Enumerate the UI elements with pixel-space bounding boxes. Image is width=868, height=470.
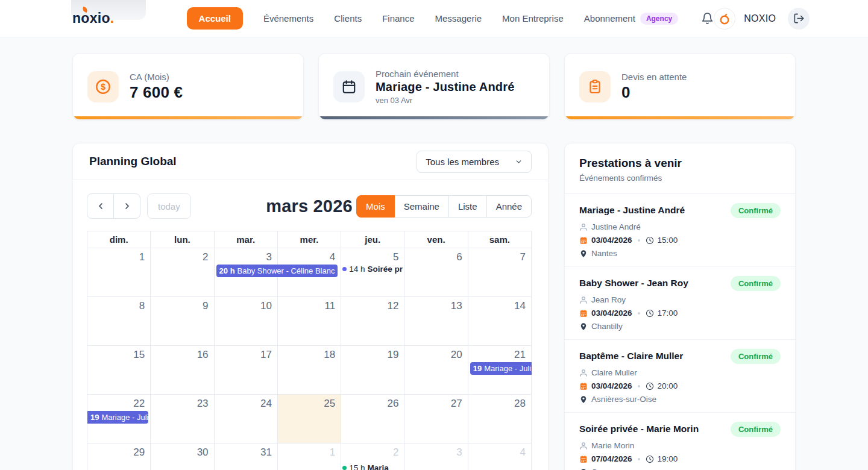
day-cell-today[interactable]: 25 (278, 395, 341, 443)
month-calendar: dim. lun. mar. mer. jeu. ven. sam. 1 2 3… (87, 231, 532, 470)
day-cell[interactable]: 29 (87, 443, 151, 470)
map-pin-icon (579, 468, 588, 470)
members-filter-dropdown[interactable]: Tous les membres (417, 151, 532, 173)
upcoming-services-card: Prestations à venir Événements confirmés… (564, 143, 796, 470)
chevron-right-icon (122, 201, 132, 211)
view-button-semaine[interactable]: Semaine (394, 195, 449, 218)
day-cell[interactable]: 13 (404, 297, 468, 346)
planning-title: Planning Global (89, 155, 177, 168)
map-pin-icon (579, 249, 588, 258)
day-cell[interactable]: 14 (468, 297, 532, 346)
list-item[interactable]: Baby Shower - Jean Roy Confirmé Jean Roy… (565, 267, 795, 340)
calendar-today-button[interactable]: today (147, 193, 191, 219)
day-cell[interactable]: 30 (151, 443, 214, 470)
list-item[interactable]: Baptême - Claire Muller Confirmé Claire … (565, 340, 795, 413)
agency-badge: Agency (640, 13, 678, 25)
day-cell[interactable]: 21 19Mariage - Juli (468, 346, 532, 395)
calendar-view-switcher: Mois Semaine Liste Année (356, 195, 532, 218)
map-pin-icon (579, 395, 588, 404)
stat-card-pending-quotes: Devis en attente 0 (564, 53, 796, 120)
day-cell[interactable]: 15 (87, 346, 151, 395)
planning-global-card: Planning Global Tous les membres (72, 143, 549, 470)
day-cell[interactable]: 12 (341, 297, 404, 346)
day-cell[interactable]: 16 (151, 346, 214, 395)
svg-text:$: $ (101, 82, 105, 92)
event-dot-icon (342, 466, 347, 470)
logout-icon (793, 13, 805, 24)
stat-accent-bar (565, 116, 795, 119)
nav-item-accueil[interactable]: Accueil (187, 7, 243, 30)
calendar-event-mariage-avril[interactable]: 15 hMaria (342, 463, 404, 470)
nav-item-clients[interactable]: Clients (334, 13, 362, 24)
person-icon (579, 369, 588, 377)
notifications-button[interactable] (701, 12, 714, 25)
day-cell[interactable]: 23 (151, 395, 214, 443)
top-navigation-bar: noxio. Accueil Événements Clients Financ… (0, 0, 868, 37)
nav-item-evenements[interactable]: Événements (263, 13, 313, 24)
dot-separator-icon (638, 239, 640, 242)
nav-item-mon-entreprise[interactable]: Mon Entreprise (502, 13, 564, 24)
stat-card-next-event: Prochain événement Mariage - Justine And… (318, 53, 550, 120)
day-cell[interactable]: 17 (215, 346, 278, 395)
calendar-event-baby-shower[interactable]: 20 hBaby Shower - Céline Blanc (216, 265, 338, 277)
clock-icon (646, 236, 654, 245)
nav-item-finance[interactable]: Finance (382, 13, 414, 24)
user-avatar[interactable] (714, 8, 735, 30)
list-item[interactable]: Soirée privée - Marie Morin Confirmé Mar… (565, 413, 795, 470)
event-title: Mariage - Justine André (579, 203, 685, 216)
day-cell[interactable]: 26 (341, 395, 404, 443)
day-cell[interactable]: 1 (87, 248, 151, 297)
day-cell-other-month[interactable]: 4 (468, 443, 532, 470)
day-cell[interactable]: 24 (215, 395, 278, 443)
day-cell-other-month[interactable]: 2 15 hMaria (341, 443, 404, 470)
day-cell[interactable]: 28 (468, 395, 532, 443)
nav-item-messagerie[interactable]: Messagerie (435, 13, 482, 24)
day-cell[interactable]: 3 20 hBaby Shower - Céline Blanc (215, 248, 278, 297)
day-cell[interactable]: 9 (151, 297, 214, 346)
day-header: mer. (278, 231, 341, 248)
calendar-event-mariage-start[interactable]: 19Mariage - Juli (470, 362, 532, 375)
person-icon (579, 442, 588, 450)
day-cell[interactable]: 2 (151, 248, 214, 297)
app-logo[interactable]: noxio. (72, 10, 115, 27)
status-badge: Confirmé (731, 349, 781, 364)
person-icon (579, 296, 588, 304)
day-cell[interactable]: 19 (341, 346, 404, 395)
calendar-event-mariage-end[interactable]: 19Mariage - Juli (87, 411, 148, 424)
chevron-left-icon (96, 201, 105, 211)
logout-button[interactable] (788, 8, 810, 30)
calendar-prev-button[interactable] (87, 193, 114, 219)
calendar-next-button[interactable] (113, 193, 140, 219)
day-cell[interactable]: 31 (215, 443, 278, 470)
orange-fruit-icon (717, 11, 732, 26)
calendar-event-soiree[interactable]: 14 hSoirée pr (342, 265, 404, 274)
day-cell[interactable]: 7 (468, 248, 532, 297)
event-time: 15:00 (658, 236, 678, 245)
day-cell[interactable]: 18 (278, 346, 341, 395)
day-cell[interactable]: 20 (404, 346, 468, 395)
status-badge: Confirmé (731, 422, 781, 437)
view-button-annee[interactable]: Année (486, 195, 532, 218)
view-button-liste[interactable]: Liste (448, 195, 487, 218)
person-icon (579, 223, 588, 231)
day-cell[interactable]: 8 (87, 297, 151, 346)
event-title: Soirée privée - Marie Morin (579, 422, 699, 434)
stat-sub: ven 03 Avr (376, 96, 515, 105)
stat-value: Mariage - Justine André (376, 80, 515, 94)
client-name: Jean Roy (591, 295, 626, 304)
day-cell[interactable]: 11 (278, 297, 341, 346)
nav-item-abonnement[interactable]: Abonnement Agency (584, 13, 678, 25)
day-cell-other-month[interactable]: 3 (404, 443, 468, 470)
event-time: 17:00 (658, 309, 678, 318)
stat-accent-bar (73, 116, 303, 119)
event-location: Corny (591, 468, 613, 470)
day-cell[interactable]: 5 14 hSoirée pr (341, 248, 404, 297)
calendar-month-title: mars 2026 (266, 196, 353, 216)
list-item[interactable]: Mariage - Justine André Confirmé Justine… (565, 194, 795, 267)
day-cell[interactable]: 6 (404, 248, 468, 297)
day-cell[interactable]: 22 19Mariage - Juli (87, 395, 151, 443)
view-button-mois[interactable]: Mois (356, 195, 395, 218)
day-cell[interactable]: 10 (215, 297, 278, 346)
day-cell-other-month[interactable]: 1 (278, 443, 341, 470)
day-cell[interactable]: 27 (404, 395, 468, 443)
